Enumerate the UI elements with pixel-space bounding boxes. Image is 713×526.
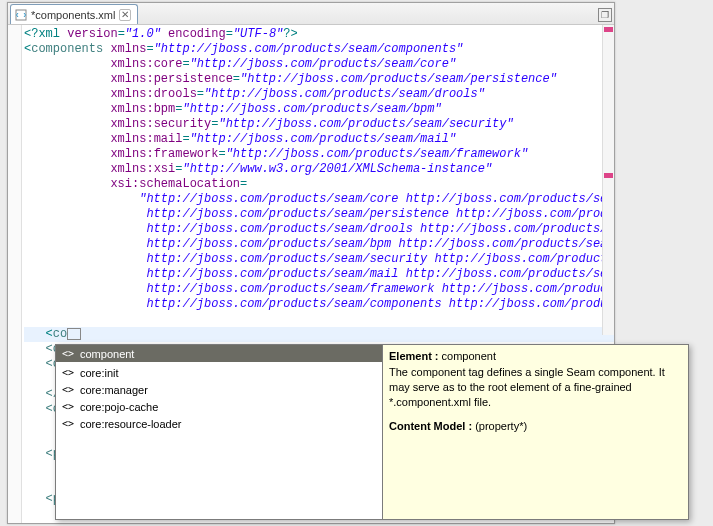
suggestion-label: core:resource-loader — [80, 418, 182, 430]
xml-file-icon — [15, 9, 27, 21]
marker[interactable] — [604, 173, 613, 178]
caret — [67, 328, 81, 340]
suggestion-item[interactable]: <> core:pojo-cache — [56, 398, 382, 415]
overview-ruler[interactable] — [602, 25, 614, 335]
restore-icon[interactable]: ❐ — [598, 8, 612, 22]
doc-element-name: component — [442, 350, 496, 362]
tab-title: *components.xml — [31, 9, 115, 21]
element-icon: <> — [62, 418, 74, 429]
close-icon[interactable]: ✕ — [119, 9, 131, 21]
element-icon: <> — [62, 367, 74, 378]
suggestion-label: core:manager — [80, 384, 148, 396]
documentation-pane: Element : component The component tag de… — [383, 344, 689, 520]
doc-content-model: (property*) — [475, 420, 527, 432]
svg-rect-0 — [16, 10, 26, 20]
gutter — [8, 25, 22, 523]
tab-components-xml[interactable]: *components.xml ✕ — [10, 4, 138, 24]
suggestion-item[interactable]: <> core:manager — [56, 381, 382, 398]
suggestion-item[interactable]: <> core:init — [56, 364, 382, 381]
doc-description: The component tag defines a single Seam … — [389, 365, 682, 410]
element-icon: <> — [62, 401, 74, 412]
suggestion-label: core:init — [80, 367, 119, 379]
doc-element-label: Element : — [389, 350, 442, 362]
doc-content-model-label: Content Model : — [389, 420, 475, 432]
editor-toolbar: ❐ — [598, 5, 612, 25]
marker[interactable] — [604, 27, 613, 32]
element-icon: <> — [62, 348, 74, 359]
suggestion-item[interactable]: <> core:resource-loader — [56, 415, 382, 432]
suggestion-label: core:pojo-cache — [80, 401, 158, 413]
tab-bar: *components.xml ✕ ❐ — [8, 3, 614, 25]
content-assist-popup: <> component <> core:init <> core:manage… — [55, 344, 689, 520]
element-icon: <> — [62, 384, 74, 395]
suggestion-list[interactable]: <> component <> core:init <> core:manage… — [55, 344, 383, 520]
suggestion-item-selected[interactable]: <> component — [56, 345, 382, 362]
suggestion-label: component — [80, 348, 134, 360]
